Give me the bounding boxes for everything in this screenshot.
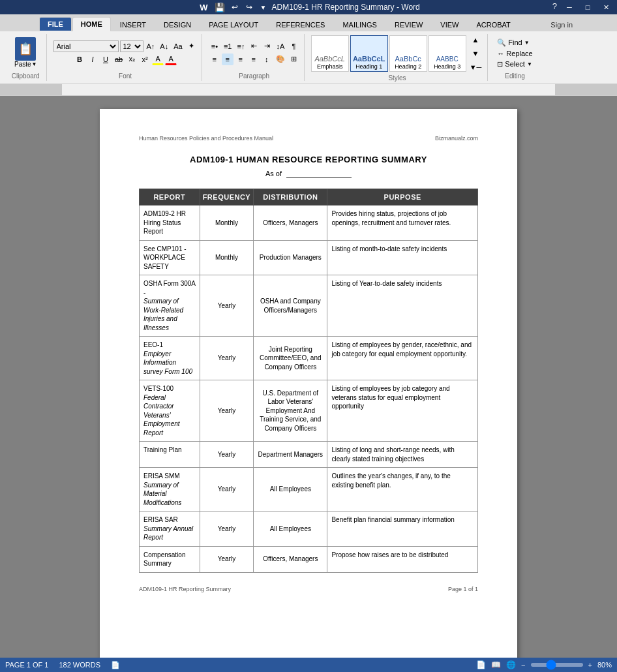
- document-area: Human Resources Policies and Procedures …: [0, 96, 617, 672]
- align-left-button[interactable]: ≡: [209, 53, 220, 65]
- superscript-button[interactable]: x²: [139, 53, 151, 65]
- zoom-slider[interactable]: [531, 663, 583, 667]
- tab-design[interactable]: DESIGN: [155, 18, 200, 31]
- maximize-button[interactable]: □: [579, 1, 596, 13]
- tab-view[interactable]: VIEW: [432, 18, 467, 31]
- select-icon: ⊡: [497, 60, 503, 69]
- styles-more[interactable]: ▼─: [468, 61, 484, 73]
- cell-report-0: ADM109-2 HR Hiring Status Report: [140, 206, 200, 241]
- bold-button[interactable]: B: [74, 53, 85, 65]
- view-web-button[interactable]: 🌐: [506, 660, 516, 669]
- tab-insert[interactable]: INSERT: [112, 18, 155, 31]
- style-heading1[interactable]: AaBbCcL Heading 1: [350, 35, 388, 72]
- strikethrough-button[interactable]: ab: [113, 53, 125, 65]
- find-label: Find: [508, 38, 522, 46]
- as-of-line: As of: [139, 170, 478, 178]
- zoom-out-icon[interactable]: −: [521, 661, 525, 669]
- style-heading3[interactable]: AABBC Heading 3: [429, 35, 466, 72]
- justify-button[interactable]: ≡: [248, 53, 260, 65]
- cell-purpose-6: Outlines the year's changes, if any, to …: [327, 468, 478, 512]
- style-heading1-preview: AaBbCcL: [353, 55, 385, 63]
- tab-acrobat[interactable]: ACROBAT: [468, 18, 519, 31]
- find-dropdown-icon[interactable]: ▼: [524, 40, 530, 46]
- cell-purpose-1: Listing of month-to-date safety incident…: [327, 240, 478, 275]
- shading-button[interactable]: 🎨: [274, 53, 287, 65]
- tab-page-layout[interactable]: PAGE LAYOUT: [200, 18, 267, 31]
- view-read-button[interactable]: 📖: [491, 660, 501, 669]
- zoom-in-icon[interactable]: +: [588, 661, 592, 669]
- font-size-select[interactable]: 12: [120, 40, 143, 52]
- cell-frequency-6: Yearly: [200, 468, 254, 512]
- document-title: ADM109-1 HUMAN RESOURCE REPORTING SUMMAR…: [139, 155, 478, 164]
- clipboard-label: Clipboard: [12, 72, 40, 81]
- as-of-label: As of: [265, 170, 282, 177]
- find-button[interactable]: 🔍 Find ▼: [494, 38, 535, 48]
- styles-scroll-down[interactable]: ▼: [468, 48, 484, 59]
- align-center-button[interactable]: ≡: [222, 53, 233, 65]
- table-header-row: REPORT FREQUENCY DISTRIBUTION PURPOSE: [140, 189, 478, 206]
- document-view-icon: 📄: [111, 661, 120, 669]
- header-right: Bizmanualz.com: [435, 135, 478, 142]
- cell-frequency-0: Monthly: [200, 206, 254, 241]
- style-heading2[interactable]: AaBbCc Heading 2: [389, 35, 427, 72]
- save-button[interactable]: 💾: [213, 1, 226, 13]
- tab-file[interactable]: FILE: [39, 17, 72, 31]
- italic-button[interactable]: I: [87, 53, 98, 65]
- customize-button[interactable]: ▼: [258, 1, 269, 13]
- style-emphasis[interactable]: AaBbCcL Emphasis: [311, 35, 349, 72]
- clear-format-button[interactable]: ✦: [186, 40, 198, 52]
- sign-in-label[interactable]: Sign in: [545, 18, 578, 31]
- header-left: Human Resources Policies and Procedures …: [139, 135, 273, 142]
- quick-access-toolbar[interactable]: W 💾 ↩ ↪ ▼: [197, 0, 271, 14]
- table-row: Training PlanYearlyDepartment ManagersLi…: [140, 442, 478, 468]
- grow-font-button[interactable]: A↑: [145, 40, 157, 52]
- style-heading1-label: Heading 1: [355, 63, 382, 70]
- cell-frequency-3: Yearly: [200, 337, 254, 380]
- table-row: EEO-1Employer Information survey Form 10…: [140, 337, 478, 380]
- multilevel-button[interactable]: ≡↑: [235, 40, 247, 52]
- paste-dropdown-icon[interactable]: ▼: [32, 61, 37, 67]
- text-highlight-button[interactable]: A: [152, 53, 164, 65]
- minimize-button[interactable]: ─: [561, 1, 578, 13]
- cell-purpose-4: Listing of employees by job category and…: [327, 380, 478, 442]
- select-button[interactable]: ⊡ Select ▼: [494, 59, 535, 69]
- change-case-button[interactable]: Aa: [172, 40, 184, 52]
- close-button[interactable]: ✕: [597, 1, 614, 13]
- page-header: Human Resources Policies and Procedures …: [139, 135, 478, 142]
- undo-button[interactable]: ↩: [229, 1, 241, 13]
- replace-button[interactable]: ↔ Replace: [494, 49, 535, 58]
- show-marks-button[interactable]: ¶: [288, 40, 299, 52]
- decrease-indent-button[interactable]: ⇤: [248, 40, 260, 52]
- font-name-select[interactable]: Arial: [53, 40, 119, 52]
- subscript-button[interactable]: x₂: [126, 53, 138, 65]
- tab-home[interactable]: HOME: [72, 17, 111, 31]
- word-icon: W: [200, 3, 207, 12]
- table-row: OSHA Form 300A -Summary of Work-Related …: [140, 275, 478, 337]
- paste-button[interactable]: 📋 Paste ▼: [9, 36, 42, 69]
- font-group: Arial 12 A↑ A↓ Aa ✦ B I U ab x₂ x²: [50, 34, 202, 81]
- line-spacing-button[interactable]: ↕: [261, 53, 273, 65]
- underline-button[interactable]: U: [100, 53, 112, 65]
- redo-button[interactable]: ↪: [243, 1, 255, 13]
- bullets-button[interactable]: ≡•: [209, 40, 220, 52]
- col-header-purpose: PURPOSE: [327, 189, 478, 206]
- replace-label: Replace: [506, 50, 532, 57]
- numbering-button[interactable]: ≡1: [222, 40, 234, 52]
- tab-mailings[interactable]: MAILINGS: [334, 18, 385, 31]
- window-controls[interactable]: ? ─ □ ✕: [550, 1, 614, 13]
- increase-indent-button[interactable]: ⇥: [262, 40, 273, 52]
- table-row: See CMP101 - WORKPLACE SAFETYMonthlyProd…: [140, 240, 478, 275]
- font-color-button[interactable]: A: [165, 53, 177, 65]
- tab-references[interactable]: REFERENCES: [267, 18, 333, 31]
- styles-scroll-up[interactable]: ▲: [468, 34, 484, 46]
- help-button[interactable]: ?: [550, 1, 560, 13]
- view-print-button[interactable]: 📄: [476, 660, 486, 669]
- select-dropdown-icon[interactable]: ▼: [527, 61, 532, 67]
- align-right-button[interactable]: ≡: [235, 53, 247, 65]
- tab-review[interactable]: REVIEW: [386, 18, 431, 31]
- sort-button[interactable]: ↕A: [275, 40, 287, 52]
- shrink-font-button[interactable]: A↓: [158, 40, 170, 52]
- styles-group: AaBbCcL Emphasis AaBbCcL Heading 1 AaBbC…: [307, 34, 489, 81]
- select-label: Select: [505, 60, 525, 68]
- borders-button[interactable]: ⊞: [288, 53, 300, 65]
